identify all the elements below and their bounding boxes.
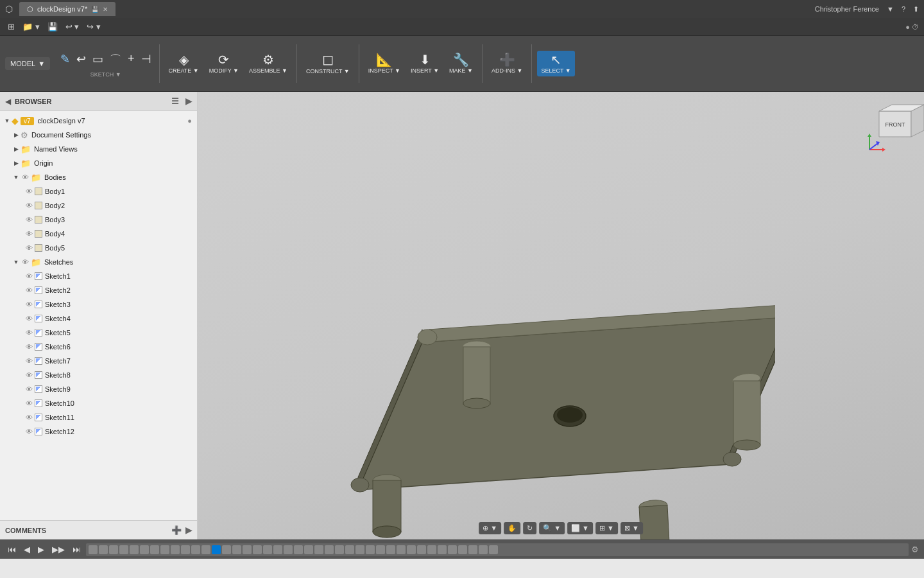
user-dropdown-icon[interactable]: ▼ xyxy=(887,5,894,13)
timeline-marker-28[interactable] xyxy=(376,545,385,554)
model-workspace-btn[interactable]: MODEL ▼ xyxy=(5,57,50,70)
timeline-marker-23[interactable] xyxy=(325,545,334,554)
tree-body5[interactable]: 👁 Body5 xyxy=(0,241,197,255)
timeline-marker-2[interactable] xyxy=(109,545,118,554)
tangent-tool-btn[interactable]: ⊣ xyxy=(139,49,154,70)
tree-sketch5[interactable]: 👁 Sketch5 xyxy=(0,326,197,340)
timeline-marker-15[interactable] xyxy=(243,545,252,554)
assemble-group-btn[interactable]: ⚙ ASSEMBLE ▼ xyxy=(245,51,291,76)
timeline-marker-17[interactable] xyxy=(263,545,272,554)
tree-sketch10[interactable]: 👁 Sketch10 xyxy=(0,396,197,410)
timeline-marker-7[interactable] xyxy=(160,545,169,554)
tree-sketch4[interactable]: 👁 Sketch4 xyxy=(0,311,197,326)
redo-btn[interactable]: ↪ ▾ xyxy=(84,21,103,33)
arc-tool-btn[interactable]: ⌒ xyxy=(107,49,124,70)
timeline-marker-36[interactable] xyxy=(458,545,467,554)
tree-sketches[interactable]: ▼ 👁 📁 Sketches xyxy=(0,255,197,269)
timeline-marker-27[interactable] xyxy=(366,545,375,554)
timeline-marker-4[interactable] xyxy=(130,545,139,554)
browser-menu-btn[interactable]: ☰ xyxy=(171,96,179,106)
sketch-tool-btn[interactable]: ✎ xyxy=(58,49,73,70)
select-group-btn[interactable]: ↖ SELECT ▼ xyxy=(537,51,574,76)
timeline-marker-8[interactable] xyxy=(171,545,180,554)
undo-sketch-btn[interactable]: ↩ xyxy=(74,49,89,70)
timeline-play-btn[interactable]: ▶ xyxy=(35,543,47,556)
grid-btn[interactable]: ⊞ xyxy=(5,21,17,33)
timeline-marker-33[interactable] xyxy=(427,545,436,554)
timeline-marker-20[interactable] xyxy=(294,545,303,554)
browser-expand-btn[interactable]: ▶ xyxy=(185,96,192,106)
tree-root[interactable]: ▼ ◆ v7 clockDesign v7 ● xyxy=(0,114,197,128)
modify-group-btn[interactable]: ⟳ MODIFY ▼ xyxy=(205,51,243,76)
timeline-marker-19[interactable] xyxy=(284,545,293,554)
inspect-group-btn[interactable]: 📐 INSPECT ▼ xyxy=(364,51,404,76)
point-tool-btn[interactable]: + xyxy=(125,49,137,70)
help-btn[interactable]: ? xyxy=(902,5,905,13)
display-mode-btn[interactable]: ⬜ ▼ xyxy=(567,522,593,534)
timeline-marker-5[interactable] xyxy=(140,545,149,554)
timeline-settings-btn[interactable]: ⚙ xyxy=(911,545,919,554)
comments-expand-btn[interactable]: ▶ xyxy=(185,525,192,535)
grid-btn2[interactable]: ⊞ ▼ xyxy=(595,522,618,534)
browser-collapse-btn[interactable]: ◀ xyxy=(5,97,11,106)
timeline-marker-37[interactable] xyxy=(468,545,477,554)
orbit-preset-btn[interactable]: ⊕ ▼ xyxy=(479,522,501,534)
timeline-marker-18[interactable] xyxy=(273,545,282,554)
timeline-marker-9[interactable] xyxy=(181,545,190,554)
timeline-marker-13[interactable] xyxy=(222,545,231,554)
timeline-marker-14[interactable] xyxy=(232,545,241,554)
zoom-btn[interactable]: 🔍 ▼ xyxy=(539,522,565,534)
tree-origin[interactable]: ▶ 📁 Origin xyxy=(0,156,197,170)
create-group-btn[interactable]: ◈ CREATE ▼ xyxy=(165,51,203,76)
addins-group-btn[interactable]: ➕ ADD-INS ▼ xyxy=(488,51,526,76)
timeline-start-btn[interactable]: ⏮ xyxy=(5,543,19,556)
tree-body4[interactable]: 👁 Body4 xyxy=(0,227,197,241)
timeline-marker-34[interactable] xyxy=(438,545,447,554)
timeline-marker-0[interactable] xyxy=(89,545,98,554)
timeline-prev-btn[interactable]: ◀ xyxy=(21,543,33,556)
comments-add-btn[interactable]: ➕ xyxy=(171,525,182,535)
tree-named-views[interactable]: ▶ 📁 Named Views xyxy=(0,142,197,156)
tree-sketch8[interactable]: 👁 Sketch8 xyxy=(0,368,197,382)
tree-sketch1[interactable]: 👁 Sketch1 xyxy=(0,269,197,283)
timeline-marker-29[interactable] xyxy=(386,545,395,554)
tree-body3[interactable]: 👁 Body3 xyxy=(0,213,197,227)
timeline-marker-22[interactable] xyxy=(314,545,323,554)
insert-group-btn[interactable]: ⬇ INSERT ▼ xyxy=(407,51,443,76)
tree-sketch9[interactable]: 👁 Sketch9 xyxy=(0,382,197,396)
save-btn[interactable]: 💾 xyxy=(45,21,60,33)
open-btn[interactable]: 📁 ▾ xyxy=(20,21,42,33)
tree-sketch3[interactable]: 👁 Sketch3 xyxy=(0,297,197,311)
viewcube[interactable]: FRONT xyxy=(866,98,918,150)
expand-icon[interactable]: ⬆ xyxy=(913,5,919,13)
tab-close-btn[interactable]: ✕ xyxy=(103,6,108,13)
orbit-btn[interactable]: ↻ xyxy=(523,522,536,534)
tree-doc-settings[interactable]: ▶ ⚙ Document Settings xyxy=(0,128,197,142)
timeline-marker-39[interactable] xyxy=(489,545,498,554)
timeline-end-btn[interactable]: ⏭ xyxy=(70,543,83,556)
timeline-marker-31[interactable] xyxy=(407,545,416,554)
timeline-marker-35[interactable] xyxy=(448,545,457,554)
timeline-marker-1[interactable] xyxy=(99,545,108,554)
tree-sketch12[interactable]: 👁 Sketch12 xyxy=(0,425,197,439)
tree-sketch2[interactable]: 👁 Sketch2 xyxy=(0,283,197,297)
pan-btn[interactable]: ✋ xyxy=(504,522,520,534)
timeline-next-btn[interactable]: ▶▶ xyxy=(49,543,67,556)
tree-sketch7[interactable]: 👁 Sketch7 xyxy=(0,354,197,368)
make-group-btn[interactable]: 🔧 MAKE ▼ xyxy=(445,51,477,76)
timeline-marker-10[interactable] xyxy=(191,545,200,554)
timeline-marker-21[interactable] xyxy=(304,545,313,554)
tree-sketch11[interactable]: 👁 Sketch11 xyxy=(0,410,197,425)
tree-sketch6[interactable]: 👁 Sketch6 xyxy=(0,340,197,354)
timeline-marker-24[interactable] xyxy=(335,545,344,554)
viewport[interactable]: FRONT ⊕ ▼ ✋ ↻ 🔍 ▼ ⬜ ▼ ⊞ ▼ ⊠ ▼ xyxy=(198,92,924,539)
timeline-marker-12[interactable] xyxy=(212,545,221,554)
timeline-marker-38[interactable] xyxy=(479,545,488,554)
timeline-marker-30[interactable] xyxy=(397,545,406,554)
timeline-marker-32[interactable] xyxy=(417,545,426,554)
tree-body1[interactable]: 👁 Body1 xyxy=(0,184,197,198)
timeline-marker-6[interactable] xyxy=(150,545,159,554)
tree-bodies[interactable]: ▼ 👁 📁 Bodies xyxy=(0,170,197,184)
view-options-btn[interactable]: ⊠ ▼ xyxy=(620,522,643,534)
timeline-marker-11[interactable] xyxy=(201,545,210,554)
